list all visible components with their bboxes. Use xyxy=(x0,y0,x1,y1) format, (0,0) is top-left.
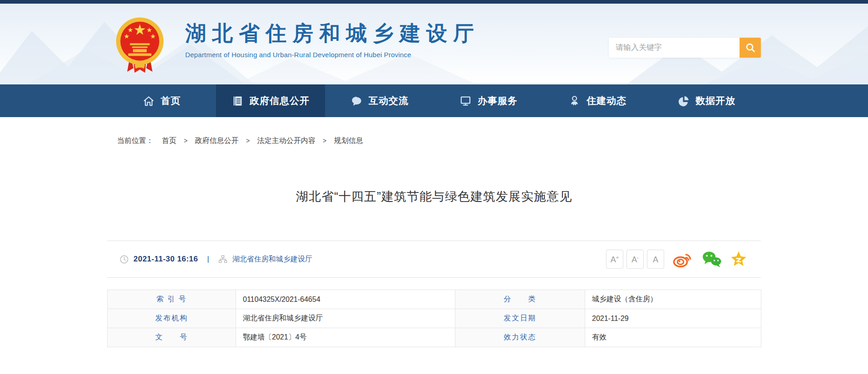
field-value-category: 城乡建设（含住房） xyxy=(585,290,761,309)
breadcrumb-link-planning[interactable]: 规划信息 xyxy=(334,137,363,144)
clock-icon xyxy=(120,255,128,264)
search-bar xyxy=(609,38,761,58)
search-button[interactable] xyxy=(740,38,761,58)
qzone-icon[interactable] xyxy=(730,251,747,268)
pie-chart-icon xyxy=(677,95,690,107)
nav-item-label: 首页 xyxy=(161,94,181,107)
site-subtitle: Department of Housing and Urban-Rural De… xyxy=(185,51,480,59)
org-chart-icon xyxy=(218,255,227,263)
font-increase-button[interactable]: A+ xyxy=(606,250,623,269)
field-value-validity: 有效 xyxy=(585,328,761,347)
site-title: 湖北省住房和城乡建设厅 xyxy=(185,23,480,44)
document-icon xyxy=(232,95,244,107)
field-value-issue-date: 2021-11-29 xyxy=(585,309,761,328)
nav-item-home[interactable]: 首页 xyxy=(107,84,216,117)
nav-item-label: 住建动态 xyxy=(587,94,626,107)
breadcrumb-link-statutory[interactable]: 法定主动公开内容 xyxy=(257,137,316,144)
search-icon xyxy=(745,42,756,53)
field-label-doc-no: 文 号 xyxy=(108,328,236,347)
nav-item-label: 政府信息公开 xyxy=(250,94,310,107)
main-nav: 首页 政府信息公开 互动交流 办事服务 xyxy=(0,84,868,117)
nav-item-gov-info[interactable]: 政府信息公开 xyxy=(216,84,325,117)
monitor-icon xyxy=(459,95,472,107)
source-agency-link[interactable]: 湖北省住房和城乡建设厅 xyxy=(232,255,312,264)
breadcrumb-link-gov-info[interactable]: 政府信息公开 xyxy=(195,137,239,144)
site-logo-link[interactable]: 湖北省住房和城乡建设厅 Department of Housing and Ur… xyxy=(113,16,480,75)
font-decrease-button[interactable]: A- xyxy=(626,250,644,269)
document-info-table: 索 引 号 01104325X/2021-64654 分 类 城乡建设（含住房）… xyxy=(107,290,761,347)
breadcrumb-separator: > xyxy=(184,137,187,144)
field-label-agency: 发布机构 xyxy=(108,309,236,328)
publish-time: 2021-11-30 16:16 xyxy=(133,255,198,264)
field-value-index-no: 01104325X/2021-64654 xyxy=(236,290,455,309)
nav-item-label: 办事服务 xyxy=(478,94,518,107)
breadcrumb-label: 当前位置： xyxy=(117,137,153,144)
national-emblem-icon xyxy=(113,16,166,75)
table-row: 文 号 鄂建墙〔2021〕4号 效力状态 有效 xyxy=(108,328,761,347)
top-bar xyxy=(0,0,868,4)
nav-item-interaction[interactable]: 互动交流 xyxy=(325,84,434,117)
page-title: 湖北省“十四五”建筑节能与绿色建筑发展实施意见 xyxy=(107,188,761,205)
field-label-category: 分 类 xyxy=(455,290,585,309)
font-reset-button[interactable]: A xyxy=(647,250,664,269)
breadcrumb-link-home[interactable]: 首页 xyxy=(162,137,176,144)
person-icon xyxy=(568,95,581,107)
table-row: 发布机构 湖北省住房和城乡建设厅 发文日期 2021-11-29 xyxy=(108,309,761,328)
field-value-doc-no: 鄂建墙〔2021〕4号 xyxy=(236,328,455,347)
nav-item-news[interactable]: 住建动态 xyxy=(543,84,652,117)
chat-icon xyxy=(350,95,363,107)
field-label-index-no: 索 引 号 xyxy=(108,290,236,309)
table-row: 索 引 号 01104325X/2021-64654 分 类 城乡建设（含住房） xyxy=(108,290,761,309)
article-meta: 2021-11-30 16:16 | 湖北省住房和城乡建设厅 A+ A- A xyxy=(107,241,761,278)
field-label-issue-date: 发文日期 xyxy=(455,309,585,328)
breadcrumb-separator: > xyxy=(246,137,250,144)
field-label-validity: 效力状态 xyxy=(455,328,585,347)
wechat-icon[interactable] xyxy=(701,251,722,268)
home-icon xyxy=(143,95,155,107)
breadcrumb-separator: > xyxy=(323,137,326,144)
meta-divider: | xyxy=(207,255,209,264)
nav-item-services[interactable]: 办事服务 xyxy=(434,84,543,117)
breadcrumb: 当前位置： 首页 > 政府信息公开 > 法定主动公开内容 > 规划信息 xyxy=(107,136,761,145)
nav-item-open-data[interactable]: 数据开放 xyxy=(652,84,761,117)
search-input[interactable] xyxy=(609,38,740,58)
weibo-icon[interactable] xyxy=(672,251,694,268)
nav-item-label: 数据开放 xyxy=(695,94,735,107)
site-header: 湖北省住房和城乡建设厅 Department of Housing and Ur… xyxy=(0,4,868,84)
field-value-agency: 湖北省住房和城乡建设厅 xyxy=(236,309,455,328)
nav-item-label: 互动交流 xyxy=(369,94,409,107)
